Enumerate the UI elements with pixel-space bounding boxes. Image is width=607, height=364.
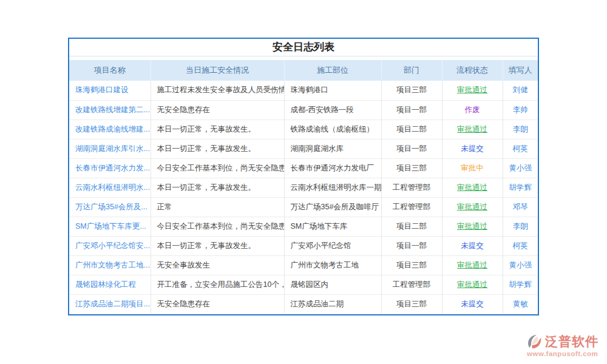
location-cell: 云南水利枢纽潜明水库一期 [284, 178, 381, 197]
project-name-link[interactable]: 江苏成品油二期项目... [75, 300, 150, 308]
status-badge[interactable]: 审批通过 [457, 261, 487, 269]
department-cell: 项目二部 [381, 120, 442, 139]
location-cell: 铁路成渝线（成渝枢纽） [284, 120, 381, 139]
vendor-url-text: www.fanpusoft.com [526, 350, 606, 357]
situation-cell: 今日安全工作基本到位，尚无安全隐患... [151, 158, 284, 178]
situation-cell: 本日一切正常，无事故发生。 [151, 178, 284, 197]
situation-cell: 开工准备，立安全用品施工公告10个，... [151, 275, 284, 294]
location-cell: 广安邓小平纪念馆 [284, 236, 381, 255]
situation-cell: 无安全事故发生 [151, 255, 284, 275]
location-cell: 广州市文物考古工地 [284, 255, 381, 275]
column-header-department: 部门 [381, 60, 442, 81]
column-header-location: 施工部位 [284, 60, 381, 81]
location-cell: 晟铭园区内 [284, 275, 381, 294]
table-row[interactable]: 云南水利枢纽潜明水... 本日一切正常，无事故发生。 云南水利枢纽潜明水库一期 … [69, 178, 538, 197]
table-row[interactable]: 广州市文物考古工地... 无安全事故发生 广州市文物考古工地 项目三部 审批通过… [69, 255, 538, 275]
writer-link[interactable]: 柯英 [513, 144, 528, 153]
situation-cell: 施工过程未发生安全事故及人员受伤情况 [151, 81, 284, 100]
department-cell: 项目一部 [381, 139, 442, 158]
vendor-brand-text: 泛普软件 [545, 335, 599, 348]
safety-log-panel: 安全日志列表 项目名称 当日施工安全情况 施工部位 部门 流程状态 填写人 珠海… [68, 38, 539, 315]
project-name-link[interactable]: SM广场地下车库更... [75, 222, 146, 231]
table-row[interactable]: 万达广场35#会所及... 正常 万达广场35#会所及咖啡厅 工程管理部 审批通… [69, 197, 538, 217]
table-row[interactable]: 晟铭园林绿化工程 开工准备，立安全用品施工公告10个，... 晟铭园区内 工程管… [69, 275, 538, 294]
writer-link[interactable]: 邓琴 [513, 203, 528, 211]
location-cell: 成都-西安铁路一段 [284, 100, 381, 120]
column-header-writer: 填写人 [503, 60, 538, 81]
department-cell: 项目二部 [381, 217, 442, 236]
situation-cell: 本日一切正常，无事故发生。 [151, 139, 284, 158]
status-badge[interactable]: 审批通过 [457, 203, 487, 211]
writer-link[interactable]: 胡学辉 [509, 280, 532, 289]
status-badge[interactable]: 未提交 [461, 300, 484, 308]
status-badge[interactable]: 审批通过 [457, 125, 487, 133]
table-row[interactable]: 珠海鹤港口建设 施工过程未发生安全事故及人员受伤情况 珠海鹤港口 项目三部 审批… [69, 81, 538, 100]
department-cell: 项目一部 [381, 100, 442, 120]
writer-link[interactable]: 胡学辉 [509, 183, 532, 192]
table-row[interactable]: 湖南洞庭湖水库引水... 本日一切正常，无事故发生。 湖南洞庭湖水库 项目一部 … [69, 139, 538, 158]
project-name-link[interactable]: 广州市文物考古工地... [75, 261, 150, 269]
department-cell: 项目一部 [381, 236, 442, 255]
department-cell: 工程管理部 [381, 178, 442, 197]
situation-cell: 正常 [151, 197, 284, 217]
department-cell: 工程管理部 [381, 275, 442, 294]
situation-cell: 无安全隐患存在 [151, 294, 284, 314]
safety-log-table: 项目名称 当日施工安全情况 施工部位 部门 流程状态 填写人 珠海鹤港口建设 施… [69, 60, 538, 314]
writer-link[interactable]: 黄小强 [509, 164, 532, 172]
situation-cell: 本日一切正常，无事故发生。 [151, 120, 284, 139]
column-header-project: 项目名称 [69, 60, 151, 81]
status-badge[interactable]: 审批中 [461, 164, 484, 172]
department-cell: 项目三部 [381, 81, 442, 100]
situation-cell: 无安全隐患存在 [151, 100, 284, 120]
table-row[interactable]: SM广场地下车库更... 今日安全工作基本到位，尚无安全隐患... SM广场地下… [69, 217, 538, 236]
department-cell: 项目三部 [381, 255, 442, 275]
writer-link[interactable]: 李朗 [513, 125, 528, 133]
status-badge[interactable]: 审批通过 [457, 222, 487, 231]
status-badge[interactable]: 审批通过 [457, 86, 487, 94]
table-row[interactable]: 改建铁路线增建第二... 无安全隐患存在 成都-西安铁路一段 项目一部 作废 李… [69, 100, 538, 120]
column-header-status: 流程状态 [442, 60, 503, 81]
vendor-watermark: 泛普软件 www.fanpusoft.com [526, 333, 606, 357]
location-cell: 长春市伊通河水力发电厂 [284, 158, 381, 178]
writer-link[interactable]: 黄敏 [513, 300, 528, 308]
department-cell: 项目三部 [381, 158, 442, 178]
table-row[interactable]: 江苏成品油二期项目... 无安全隐患存在 江苏成品油二期 项目三部 未提交 黄敏 [69, 294, 538, 314]
department-cell: 工程管理部 [381, 197, 442, 217]
writer-link[interactable]: 李朗 [513, 222, 528, 231]
status-badge[interactable]: 未提交 [461, 144, 484, 153]
project-name-link[interactable]: 湖南洞庭湖水库引水... [75, 144, 150, 153]
status-badge[interactable]: 审批通过 [457, 183, 487, 192]
page: 安全日志列表 项目名称 当日施工安全情况 施工部位 部门 流程状态 填写人 珠海… [0, 0, 607, 364]
situation-cell: 今日安全工作基本到位，尚无安全隐患... [151, 217, 284, 236]
project-name-link[interactable]: 珠海鹤港口建设 [75, 86, 129, 94]
log-table-body: 珠海鹤港口建设 施工过程未发生安全事故及人员受伤情况 珠海鹤港口 项目三部 审批… [69, 81, 538, 314]
column-header-situation: 当日施工安全情况 [151, 60, 284, 81]
writer-link[interactable]: 柯英 [513, 241, 528, 250]
page-title: 安全日志列表 [69, 39, 538, 56]
project-name-link[interactable]: 长春市伊通河水力发... [75, 164, 150, 172]
table-header-row: 项目名称 当日施工安全情况 施工部位 部门 流程状态 填写人 [69, 60, 538, 81]
location-cell: 珠海鹤港口 [284, 81, 381, 100]
status-badge[interactable]: 审批通过 [457, 280, 487, 289]
project-name-link[interactable]: 万达广场35#会所及... [75, 203, 148, 211]
writer-link[interactable]: 黄小强 [509, 261, 532, 269]
department-cell: 项目三部 [381, 294, 442, 314]
table-row[interactable]: 改建铁路成渝线增建... 本日一切正常，无事故发生。 铁路成渝线（成渝枢纽） 项… [69, 120, 538, 139]
location-cell: 江苏成品油二期 [284, 294, 381, 314]
location-cell: 万达广场35#会所及咖啡厅 [284, 197, 381, 217]
location-cell: SM广场地下车库 [284, 217, 381, 236]
project-name-link[interactable]: 云南水利枢纽潜明水... [75, 183, 150, 192]
project-name-link[interactable]: 晟铭园林绿化工程 [75, 280, 136, 289]
project-name-link[interactable]: 广安邓小平纪念馆安... [75, 241, 150, 250]
writer-link[interactable]: 李帅 [513, 106, 528, 114]
table-row[interactable]: 长春市伊通河水力发... 今日安全工作基本到位，尚无安全隐患... 长春市伊通河… [69, 158, 538, 178]
project-name-link[interactable]: 改建铁路成渝线增建... [75, 125, 150, 133]
situation-cell: 本日一切正常，无事故发生。 [151, 236, 284, 255]
location-cell: 湖南洞庭湖水库 [284, 139, 381, 158]
status-badge[interactable]: 作废 [465, 106, 480, 114]
table-row[interactable]: 广安邓小平纪念馆安... 本日一切正常，无事故发生。 广安邓小平纪念馆 项目一部… [69, 236, 538, 255]
writer-link[interactable]: 刘健 [513, 86, 528, 94]
fanpu-logo-icon [526, 333, 543, 349]
status-badge[interactable]: 未提交 [461, 241, 484, 250]
project-name-link[interactable]: 改建铁路线增建第二... [75, 106, 150, 114]
